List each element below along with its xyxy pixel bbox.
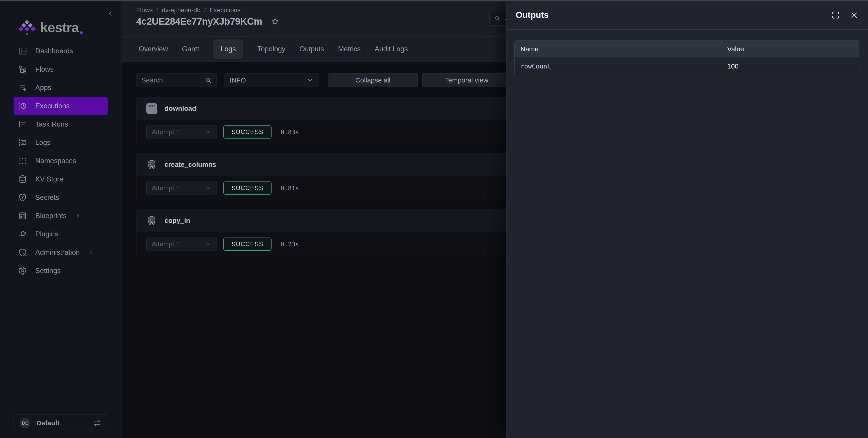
sidebar-item-settings[interactable]: Settings xyxy=(13,262,108,280)
tab-metrics[interactable]: Metrics xyxy=(338,45,361,53)
chevron-right-icon xyxy=(75,213,81,219)
kestra-logo: kestra xyxy=(20,21,83,35)
column-header-name: Name xyxy=(515,45,721,53)
tab-topology[interactable]: Topology xyxy=(257,45,285,53)
outputs-panel-body: Name Value rowCount 100 xyxy=(507,30,868,75)
blueprints-icon xyxy=(18,211,27,221)
sidebar-item-kv-store[interactable]: KV Store xyxy=(13,170,108,188)
sidebar-item-executions[interactable]: Executions xyxy=(13,97,108,115)
outputs-panel-header: Outputs xyxy=(507,1,868,30)
attempt-select[interactable]: Attempt 1 xyxy=(146,237,217,251)
status-badge: SUCCESS xyxy=(223,126,272,139)
sidebar-item-task-runs[interactable]: Task Runs xyxy=(13,115,108,133)
task-name: download xyxy=(164,105,196,112)
dashboards-icon xyxy=(18,46,27,56)
settings-icon xyxy=(18,266,27,275)
chevron-right-icon xyxy=(88,249,94,256)
sidebar-item-dashboards[interactable]: Dashboards xyxy=(13,42,108,60)
execution-id-title: 4c2UE284Ee77nyXJb79KCm xyxy=(136,16,262,27)
tenant-avatar: DE xyxy=(20,418,31,429)
breadcrumb-separator: / xyxy=(156,6,158,14)
close-icon xyxy=(850,11,859,20)
breadcrumb-separator: / xyxy=(204,6,206,14)
sidebar-collapse-button[interactable] xyxy=(105,8,115,19)
close-panel-button[interactable] xyxy=(850,11,859,20)
task-name: copy_in xyxy=(164,217,190,225)
task-runs-icon xyxy=(18,120,27,129)
sidebar-menu: Dashboards Flows Apps Executions Task Ru… xyxy=(0,42,121,280)
kestra-logo-dot xyxy=(80,31,83,34)
status-badge: SUCCESS xyxy=(223,238,272,250)
download-arrow-icon: ↓ xyxy=(153,109,157,114)
favorite-star-button[interactable] xyxy=(271,18,279,26)
log-search-input[interactable] xyxy=(142,76,205,84)
attempt-select[interactable]: Attempt 1 xyxy=(146,125,217,139)
outputs-table-header: Name Value xyxy=(515,41,859,58)
log-search-box xyxy=(136,73,217,87)
kestra-logo-text: kestra xyxy=(40,21,79,35)
attempt-select[interactable]: Attempt 1 xyxy=(146,181,217,195)
sidebar-item-logs[interactable]: Logs xyxy=(13,133,108,151)
tenant-selector[interactable]: DE Default xyxy=(13,414,107,432)
tenant-name: Default xyxy=(36,419,60,427)
task-name: create_columns xyxy=(164,161,216,168)
kv-store-icon xyxy=(18,175,27,184)
log-level-select[interactable]: INFO xyxy=(224,73,319,87)
outputs-panel: Outputs Name Value rowCount 100 xyxy=(506,1,868,438)
sidebar-item-blueprints[interactable]: Blueprints xyxy=(13,207,108,225)
collapse-all-button[interactable]: Collapse all xyxy=(328,73,418,87)
column-header-value: Value xyxy=(721,45,859,53)
output-value: 100 xyxy=(721,62,859,70)
search-icon xyxy=(205,77,212,83)
log-level-value: INFO xyxy=(230,76,246,84)
temporal-view-button[interactable]: Temporal view xyxy=(422,73,511,87)
breadcrumb-flows[interactable]: Flows xyxy=(136,6,153,14)
chevron-down-icon xyxy=(206,129,212,135)
logs-icon xyxy=(18,138,27,147)
breadcrumb-namespace[interactable]: dv-aj.neon-db xyxy=(162,6,200,14)
outputs-table: Name Value rowCount 100 xyxy=(514,40,859,75)
star-icon xyxy=(271,18,279,26)
tab-gantt[interactable]: Gantt xyxy=(182,45,199,53)
kestra-logo-mark xyxy=(20,21,34,35)
expand-panel-button[interactable] xyxy=(831,11,840,20)
sidebar-item-apps[interactable]: Apps xyxy=(13,78,108,97)
table-row: rowCount 100 xyxy=(515,58,859,75)
executions-icon xyxy=(18,101,27,110)
secrets-icon xyxy=(18,193,27,202)
chevron-down-icon xyxy=(307,77,313,83)
administration-icon xyxy=(18,248,27,257)
flows-icon xyxy=(18,65,27,74)
status-badge: SUCCESS xyxy=(223,181,272,195)
switch-tenant-icon xyxy=(93,419,101,427)
postgres-icon xyxy=(146,215,157,226)
window-top-strip xyxy=(0,0,868,1)
postgres-icon xyxy=(146,159,157,170)
chevron-down-icon xyxy=(206,241,212,247)
sidebar-item-plugins[interactable]: Plugins xyxy=(13,225,108,243)
tab-audit-logs[interactable]: Audit Logs xyxy=(375,45,408,53)
http-download-icon: HTTP ↓ xyxy=(146,103,157,114)
tab-overview[interactable]: Overview xyxy=(139,45,168,53)
breadcrumb-executions[interactable]: Executions xyxy=(210,6,241,14)
task-duration: 0.23s xyxy=(281,241,299,248)
sidebar-item-flows[interactable]: Flows xyxy=(13,60,108,78)
chevron-down-icon xyxy=(206,185,212,191)
search-icon xyxy=(494,15,500,21)
tab-outputs[interactable]: Outputs xyxy=(299,45,324,53)
tab-logs[interactable]: Logs xyxy=(213,39,243,59)
output-name: rowCount xyxy=(515,63,721,70)
chevron-left-icon xyxy=(106,10,114,18)
sidebar-item-secrets[interactable]: Secrets xyxy=(13,188,108,207)
sidebar: kestra Dashboards Flows Apps Execu xyxy=(0,1,122,438)
expand-icon xyxy=(831,11,840,20)
task-duration: 0.81s xyxy=(281,184,299,192)
task-duration: 0.83s xyxy=(281,129,299,136)
outputs-panel-title: Outputs xyxy=(516,10,549,20)
namespaces-icon xyxy=(18,157,27,165)
plugins-icon xyxy=(18,230,27,239)
sidebar-item-administration[interactable]: Administration xyxy=(13,243,108,262)
apps-icon xyxy=(18,83,27,92)
sidebar-item-namespaces[interactable]: Namespaces xyxy=(13,151,108,170)
